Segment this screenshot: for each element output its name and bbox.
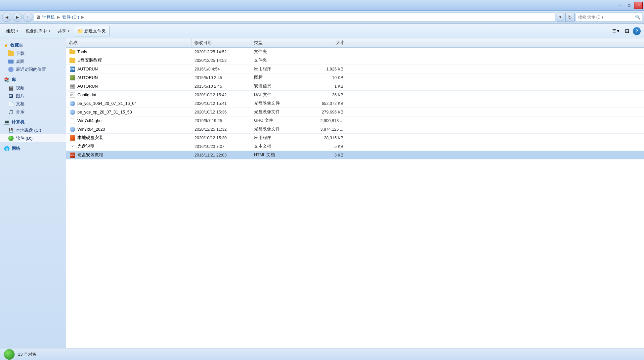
path-computer[interactable]: 计算机 bbox=[42, 14, 55, 20]
file-name: Win7x64.gho bbox=[77, 118, 102, 123]
file-size-cell: 28,315 KB bbox=[304, 136, 347, 140]
sidebar-section-computer: 💻 计算机 💾 本地磁盘 (C:) 软件 (D:) bbox=[0, 118, 66, 142]
sidebar-item-desktop[interactable]: 桌面 bbox=[0, 58, 66, 66]
file-date-cell: 2020/12/25 14:52 bbox=[192, 58, 251, 63]
table-row[interactable]: U盘安装教程 2020/12/25 14:52 文件夹 bbox=[66, 56, 644, 65]
image-label: 图片 bbox=[16, 93, 24, 99]
file-icon: ISO bbox=[69, 126, 75, 132]
status-bar: 13 个对象 bbox=[0, 348, 644, 360]
table-row[interactable]: Win7x64.gho 2019/9/7 19:25 GHO 文件 2,900,… bbox=[66, 116, 644, 125]
refresh-button[interactable]: ↻ bbox=[565, 13, 575, 22]
downloads-icon bbox=[8, 51, 14, 57]
file-type-cell: 应用程序 bbox=[251, 135, 304, 141]
table-row[interactable]: INF AUTORUN 2015/5/10 2:45 安装信息 1 KB bbox=[66, 82, 644, 91]
new-folder-label: 新建文件夹 bbox=[84, 28, 106, 34]
up-button[interactable]: ↑ bbox=[23, 13, 32, 22]
table-row[interactable]: 本地硬盘安装 2020/10/12 15:30 应用程序 28,315 KB bbox=[66, 134, 644, 142]
file-name: AUTORUN bbox=[77, 67, 98, 71]
col-header-name[interactable]: 名称 bbox=[66, 38, 192, 47]
col-header-type[interactable]: 类型 bbox=[251, 38, 304, 47]
sidebar-item-document[interactable]: 📄 文档 bbox=[0, 100, 66, 108]
computer-icon: 💻 bbox=[4, 119, 10, 125]
view-dropdown-button[interactable]: ☰▼ bbox=[612, 26, 621, 36]
title-bar: — □ ✕ bbox=[0, 0, 644, 11]
help-button[interactable]: ? bbox=[633, 27, 641, 35]
file-icon bbox=[69, 135, 75, 141]
file-date-cell: 2016/11/21 22:03 bbox=[192, 153, 251, 158]
include-library-button[interactable]: 包含到库中 ▼ bbox=[22, 26, 54, 36]
table-row[interactable]: DAT Config.dat 2020/10/12 15:42 DAT 文件 3… bbox=[66, 91, 644, 99]
path-icon: 🖥 bbox=[36, 15, 41, 20]
file-name-cell: ISO pe_yqs_1064_20_07_31_16_04 bbox=[66, 101, 192, 107]
sidebar-header-network[interactable]: 🌐 网络 bbox=[0, 144, 66, 153]
file-name: 硬盘安装教程 bbox=[77, 152, 103, 158]
sidebar-item-driveC[interactable]: 💾 本地磁盘 (C:) bbox=[0, 126, 66, 134]
minimize-button[interactable]: — bbox=[616, 2, 624, 9]
sidebar: ★ 收藏夹 下载 桌面 最近访问的位置 bbox=[0, 38, 66, 348]
file-icon: INF bbox=[69, 83, 75, 89]
sidebar-header-computer[interactable]: 💻 计算机 bbox=[0, 118, 66, 126]
video-label: 视频 bbox=[16, 85, 24, 91]
file-size-cell: 1 KB bbox=[304, 84, 347, 89]
sidebar-header-library[interactable]: 📚 库 bbox=[0, 75, 66, 84]
file-name-cell: ISO Win7x64_2020 bbox=[66, 126, 192, 132]
table-row[interactable]: AUTORUN 2015/5/10 2:45 图标 10 KB bbox=[66, 73, 644, 82]
table-row[interactable]: ISO Win7x64_2020 2020/12/25 11:32 光盘映像文件… bbox=[66, 125, 644, 134]
file-name: pe_yqs_1064_20_07_31_16_04 bbox=[77, 101, 137, 106]
new-folder-button[interactable]: 📁 新建文件夹 bbox=[74, 26, 109, 36]
table-row[interactable]: HTM 硬盘安装教程 2016/11/21 22:03 HTML 文档 3 KB bbox=[66, 151, 644, 159]
file-name-cell: ISO pe_yqs_xp_20_07_31_15_53 bbox=[66, 109, 192, 115]
maximize-button[interactable]: □ bbox=[625, 2, 633, 9]
file-name-cell: HTM 硬盘安装教程 bbox=[66, 152, 192, 158]
file-date-cell: 2020/12/25 14:52 bbox=[192, 50, 251, 54]
file-date-cell: 2015/5/10 2:45 bbox=[192, 75, 251, 80]
file-name-cell: DAT Config.dat bbox=[66, 92, 192, 98]
preview-pane-button[interactable]: ⊟ bbox=[622, 26, 631, 36]
file-type-cell: 文件夹 bbox=[251, 58, 304, 63]
table-row[interactable]: ISO pe_yqs_xp_20_07_31_15_53 2020/10/12 … bbox=[66, 108, 644, 116]
sidebar-header-favorites[interactable]: ★ 收藏夹 bbox=[0, 41, 66, 50]
back-button[interactable]: ◀ bbox=[2, 13, 11, 22]
file-name-cell: AUTORUN bbox=[66, 75, 192, 81]
path-drive[interactable]: 软件 (D:) bbox=[62, 14, 79, 20]
table-row[interactable]: EXE AUTORUN 2016/1/8 4:54 应用程序 1,926 KB bbox=[66, 65, 644, 73]
file-name-cell: U盘安装教程 bbox=[66, 58, 192, 64]
document-label: 文档 bbox=[16, 101, 24, 107]
music-icon: 🎵 bbox=[8, 109, 14, 115]
address-path: 🖥 计算机 ▶ 软件 (D:) ▶ bbox=[34, 13, 555, 22]
address-dropdown-button[interactable]: ▼ bbox=[557, 13, 564, 22]
close-button[interactable]: ✕ bbox=[634, 2, 643, 9]
sidebar-item-driveD[interactable]: 软件 (D:) bbox=[0, 134, 66, 142]
share-button[interactable]: 共享 ▼ bbox=[55, 26, 73, 36]
driveC-label: 本地磁盘 (C:) bbox=[16, 128, 41, 133]
search-button[interactable]: 🔍 bbox=[634, 13, 642, 22]
organize-button[interactable]: 组织 ▼ bbox=[3, 26, 22, 36]
video-icon: 🎬 bbox=[8, 85, 14, 91]
organize-arrow: ▼ bbox=[16, 29, 19, 33]
table-row[interactable]: Tools 2020/12/25 14:52 文件夹 bbox=[66, 48, 644, 56]
address-bar: ◀ ▶ ↑ 🖥 计算机 ▶ 软件 (D:) ▶ ▼ ↻ 🔍 bbox=[0, 11, 644, 24]
file-icon bbox=[69, 58, 75, 64]
file-name-cell: Win7x64.gho bbox=[66, 118, 192, 124]
file-size-cell: 2,900,813 ... bbox=[304, 118, 347, 123]
file-type-cell: 光盘映像文件 bbox=[251, 101, 304, 106]
file-icon bbox=[69, 118, 75, 124]
sidebar-item-video[interactable]: 🎬 视频 bbox=[0, 84, 66, 92]
file-icon: EXE bbox=[69, 66, 75, 72]
sidebar-item-recent[interactable]: 最近访问的位置 bbox=[0, 66, 66, 73]
file-date-cell: 2016/1/8 4:54 bbox=[192, 67, 251, 71]
new-folder-icon: 📁 bbox=[77, 28, 83, 34]
main-layout: ★ 收藏夹 下载 桌面 最近访问的位置 bbox=[0, 38, 644, 348]
forward-button[interactable]: ▶ bbox=[13, 13, 22, 22]
favorites-label: 收藏夹 bbox=[10, 42, 23, 48]
table-row[interactable]: ISO pe_yqs_1064_20_07_31_16_04 2020/10/1… bbox=[66, 99, 644, 108]
sidebar-item-downloads[interactable]: 下载 bbox=[0, 50, 66, 58]
file-size-cell: 1,926 KB bbox=[304, 67, 347, 71]
file-size-cell: 3,874,126 ... bbox=[304, 127, 347, 132]
sidebar-item-music[interactable]: 🎵 音乐 bbox=[0, 108, 66, 116]
table-row[interactable]: TXT 光盘说明 2016/10/23 7:07 文本文档 5 KB bbox=[66, 142, 644, 151]
col-header-size[interactable]: 大小 bbox=[304, 38, 347, 47]
sidebar-item-image[interactable]: 🖼 图片 bbox=[0, 92, 66, 100]
search-input[interactable] bbox=[576, 13, 634, 22]
col-header-date[interactable]: 修改日期 bbox=[192, 38, 251, 47]
